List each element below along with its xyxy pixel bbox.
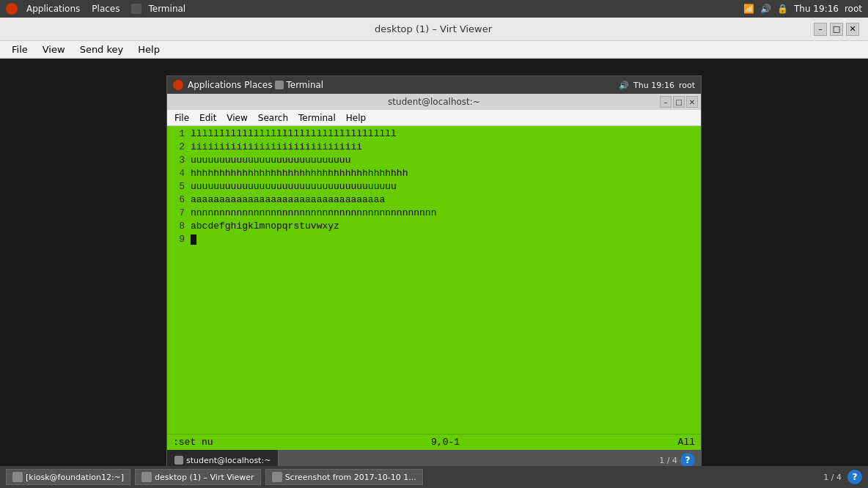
minimize-button[interactable]: –: [814, 23, 827, 36]
inner-term-titlebar: student@localhost:~ – □ ✕: [167, 94, 701, 110]
code-line-2: iiiiiiiiiiiiiiiiiiiiiiiiiiiiii: [191, 141, 698, 154]
inner-window: Applications Places Terminal 🔊 Thu 19:16…: [166, 75, 702, 471]
system-bar-left: Applications Places Terminal: [6, 1, 194, 17]
code-line-1: llllllllllllllllllllllllllllllllllll: [191, 127, 698, 141]
inner-edit-menu[interactable]: Edit: [195, 111, 221, 125]
code-line-5: uuuuuuuuuuuuuuuuuuuuuuuuuuuuuuuuuuuu: [191, 180, 698, 193]
volume-icon: 🔊: [760, 4, 771, 14]
taskbar-terminal-label: [kiosk@foundation12:~]: [26, 473, 124, 482]
inner-tab-icon: [174, 456, 183, 465]
taskbar-item-virt-viewer[interactable]: desktop (1) – Virt Viewer: [135, 469, 261, 485]
tab-help-button[interactable]: ?: [680, 453, 695, 467]
inner-window-title: student@localhost:~: [388, 97, 480, 107]
line-numbers: 1 2 3 4 5 6 7 8 9: [167, 126, 188, 434]
vim-position: 9,0-1: [431, 437, 460, 448]
places-menu[interactable]: Places: [87, 2, 124, 15]
taskbar-help-button[interactable]: ?: [847, 470, 862, 484]
inner-term-menu: File Edit View Search Terminal Help: [167, 110, 701, 126]
code-line-9: [191, 233, 698, 246]
task-screenshot-icon: [272, 472, 282, 482]
code-line-4: hhhhhhhhhhhhhhhhhhhhhhhhhhhhhhhhhhhhhh: [191, 167, 698, 180]
task-terminal-icon: [12, 472, 23, 482]
inner-help-menu[interactable]: Help: [342, 111, 370, 125]
inner-term-controls: – □ ✕: [660, 96, 698, 108]
fedora-icon: [6, 3, 18, 15]
inner-gnome-left: Applications Places Terminal: [173, 80, 323, 90]
view-menu[interactable]: View: [37, 42, 71, 56]
line-num-7: 7: [170, 207, 185, 220]
task-virt-icon: [141, 472, 152, 482]
outer-window-title: desktop (1) – Virt Viewer: [53, 23, 814, 34]
virt-content-area: Applications Places Terminal 🔊 Thu 19:16…: [0, 59, 868, 488]
inner-clock: Thu 19:16: [633, 81, 674, 90]
lock-icon: 🔒: [777, 4, 788, 14]
line-num-9: 9: [170, 233, 185, 246]
inner-minimize-button[interactable]: –: [660, 96, 672, 108]
taskbar-item-screenshot[interactable]: Screenshot from 2017-10-10 1...: [265, 469, 423, 485]
file-menu[interactable]: File: [6, 42, 34, 56]
taskbar-item-terminal[interactable]: [kiosk@foundation12:~]: [6, 469, 130, 485]
terminal-menu-item[interactable]: Terminal: [127, 1, 194, 17]
inner-tab-label: student@localhost:~: [186, 456, 271, 465]
maximize-button[interactable]: □: [830, 23, 843, 36]
taskbar-virt-label: desktop (1) – Virt Viewer: [155, 473, 254, 482]
send-key-menu[interactable]: Send key: [74, 42, 130, 56]
vim-command: :set nu: [173, 437, 213, 448]
outer-window: desktop (1) – Virt Viewer – □ ✕ File Vie…: [0, 18, 868, 488]
vim-scroll: All: [678, 437, 695, 448]
taskbar-page-info: 1 / 4 ?: [823, 470, 862, 484]
taskbar: [kiosk@foundation12:~] desktop (1) – Vir…: [0, 466, 868, 488]
wifi-icon: 📶: [743, 4, 754, 14]
line-num-6: 6: [170, 193, 185, 207]
system-bar-right: 📶 🔊 🔒 Thu 19:16 root: [743, 4, 862, 14]
window-controls: – □ ✕: [814, 23, 859, 36]
terminal-icon: [131, 4, 141, 14]
inner-terminal-menu-item[interactable]: Terminal: [294, 111, 340, 125]
inner-file-menu[interactable]: File: [170, 111, 194, 125]
inner-maximize-button[interactable]: □: [673, 96, 685, 108]
system-bar: Applications Places Terminal 📶 🔊 🔒 Thu 1…: [0, 0, 868, 18]
inner-applications-menu[interactable]: Applications: [188, 80, 241, 90]
close-button[interactable]: ✕: [846, 23, 859, 36]
inner-fedora-icon: [173, 80, 183, 90]
code-line-6: aaaaaaaaaaaaaaaaaaaaaaaaaaaaaaaaaa: [191, 193, 698, 207]
code-line-7: nnnnnnnnnnnnnnnnnnnnnnnnnnnnnnnnnnnnnnnn…: [191, 207, 698, 220]
inner-places-menu[interactable]: Places: [244, 80, 272, 90]
taskbar-page-number: 1 / 4: [823, 473, 842, 482]
inner-terminal-icon: [275, 81, 284, 89]
help-menu[interactable]: Help: [132, 42, 166, 56]
inner-terminal-menu[interactable]: Terminal: [275, 80, 323, 90]
terminal-content: 1 2 3 4 5 6 7 8 9 llllllllllllllllllllll…: [167, 126, 701, 434]
outer-menubar: File View Send key Help: [0, 41, 868, 59]
username: root: [845, 4, 862, 14]
inner-gnome-right: 🔊 Thu 19:16 root: [619, 81, 695, 90]
code-area[interactable]: llllllllllllllllllllllllllllllllllll iii…: [188, 126, 701, 434]
inner-view-menu[interactable]: View: [222, 111, 251, 125]
line-num-1: 1: [170, 127, 185, 141]
code-line-3: uuuuuuuuuuuuuuuuuuuuuuuuuuuu: [191, 154, 698, 167]
code-line-8: abcdefghigklmnopqrstuvwxyz: [191, 220, 698, 233]
inner-username: root: [679, 81, 695, 90]
inner-close-button[interactable]: ✕: [686, 96, 698, 108]
terminal-statusbar: :set nu 9,0-1 All: [167, 434, 701, 450]
applications-menu[interactable]: Applications: [22, 2, 84, 15]
line-num-2: 2: [170, 141, 185, 154]
inner-gnome-bar: Applications Places Terminal 🔊 Thu 19:16…: [167, 76, 701, 94]
inner-volume-icon: 🔊: [619, 81, 629, 90]
line-num-5: 5: [170, 180, 185, 193]
line-num-4: 4: [170, 167, 185, 180]
inner-search-menu[interactable]: Search: [254, 111, 293, 125]
outer-titlebar: desktop (1) – Virt Viewer – □ ✕: [0, 18, 868, 41]
line-num-8: 8: [170, 220, 185, 233]
line-num-3: 3: [170, 154, 185, 167]
clock: Thu 19:16: [794, 4, 839, 14]
taskbar-screenshot-label: Screenshot from 2017-10-10 1...: [285, 473, 416, 482]
